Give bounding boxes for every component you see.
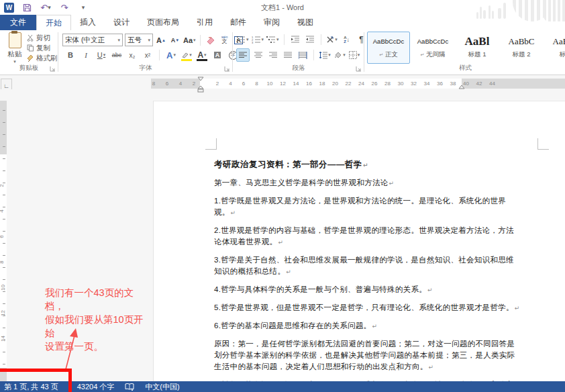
clipboard-dialog-launcher[interactable] bbox=[50, 66, 56, 72]
tab-home[interactable]: 开始 bbox=[36, 15, 71, 30]
document-text[interactable]: 考研政治复习资料：第一部分——哲学↵ 第一章、马克思主义哲学是科学的世界观和方法… bbox=[214, 159, 521, 392]
decrease-indent-button[interactable] bbox=[289, 34, 301, 46]
style-title[interactable]: AaBbC 标题 bbox=[544, 32, 565, 64]
tab-page-layout[interactable]: 页面布局 bbox=[138, 15, 188, 30]
ruler-number: 38 bbox=[450, 81, 456, 87]
ruler-number: 8 bbox=[255, 81, 258, 87]
ruler-number: 4 bbox=[229, 81, 232, 87]
v-ruler[interactable]: 2468101214 bbox=[0, 101, 7, 381]
style-no-spacing[interactable]: AaBbCcDc ↵ 无间隔 bbox=[411, 32, 454, 64]
tab-design[interactable]: 设计 bbox=[105, 15, 138, 30]
underline-button[interactable]: U▾ bbox=[95, 49, 107, 61]
language-indicator[interactable]: 中文(中国) bbox=[140, 381, 185, 392]
ruler-number: 16 bbox=[306, 81, 312, 87]
ruler-number: 14 bbox=[293, 81, 299, 87]
proofing-status[interactable] bbox=[119, 381, 140, 392]
shading-bucket-icon bbox=[333, 52, 342, 59]
style-heading-2[interactable]: AaBbC 标题 2 bbox=[500, 32, 543, 64]
paragraph-dialog-launcher[interactable] bbox=[356, 66, 362, 72]
page[interactable]: 考研政治复习资料：第一部分——哲学↵ 第一章、马克思主义哲学是科学的世界观和方法… bbox=[153, 101, 565, 382]
tab-mailings[interactable]: 邮件 bbox=[221, 15, 255, 30]
word-count-indicator[interactable]: 43204 个字 bbox=[72, 381, 120, 392]
right-indent-marker[interactable] bbox=[458, 85, 465, 89]
crop-mark-tl-h bbox=[205, 149, 217, 150]
strikethrough-button[interactable]: abc bbox=[111, 49, 123, 61]
ruler-number: 24 bbox=[358, 81, 364, 87]
superscript-button[interactable]: x² bbox=[142, 49, 154, 61]
style-normal[interactable]: AaBbCcDc ↵ 正文 bbox=[367, 32, 410, 64]
sort-button[interactable]: AZ↓ bbox=[341, 34, 353, 46]
ruler-number: 34 bbox=[424, 81, 430, 87]
hanging-indent-marker[interactable] bbox=[197, 86, 204, 93]
ruler-number: 30 bbox=[398, 81, 404, 87]
h-ruler-text-area bbox=[200, 79, 462, 89]
paragraph-group: ▾ 123▾ ▾ ▾ A bbox=[234, 30, 364, 74]
subscript-button[interactable]: x₂ bbox=[126, 49, 138, 61]
ruler-number: 26 bbox=[372, 81, 378, 87]
tab-view[interactable]: 视图 bbox=[289, 15, 322, 30]
h-ruler[interactable]: 8642246810121416182022242628303234363840… bbox=[151, 79, 565, 89]
doc-title: 考研政治复习资料：第一部分——哲学↵ bbox=[214, 159, 521, 171]
clear-formatting-button[interactable] bbox=[205, 34, 217, 46]
window-title: 文档1 - Word bbox=[0, 3, 565, 13]
v-ruler-tick bbox=[3, 207, 5, 207]
v-ruler-tick bbox=[3, 146, 5, 147]
character-shading-button[interactable]: A bbox=[211, 49, 223, 61]
ruler-number: 2 bbox=[216, 81, 219, 87]
increase-indent-button[interactable] bbox=[304, 34, 316, 46]
font-size-combo[interactable]: 五号▾ bbox=[125, 34, 153, 46]
text-effects-button[interactable]: A▾ bbox=[165, 49, 177, 61]
justify-button[interactable] bbox=[282, 49, 294, 61]
tab-review[interactable]: 审阅 bbox=[255, 15, 289, 30]
style-heading-1[interactable]: AaBl 标题 1 bbox=[456, 32, 499, 64]
increase-indent-icon bbox=[305, 36, 315, 44]
tab-insert[interactable]: 插入 bbox=[71, 15, 105, 30]
format-painter-label: 格式刷 bbox=[36, 54, 58, 63]
decrease-indent-icon bbox=[291, 36, 300, 44]
font-name-value: 宋体 (中文正 bbox=[65, 36, 105, 45]
tab-file[interactable]: 文件 bbox=[0, 15, 36, 30]
paste-button[interactable]: 粘贴 ▾ bbox=[4, 32, 25, 64]
copy-button[interactable]: 复制 bbox=[27, 43, 58, 53]
align-center-button[interactable] bbox=[252, 49, 264, 61]
asian-layout-button[interactable]: ▾ bbox=[326, 34, 338, 46]
change-case-button[interactable]: Aa▾ bbox=[183, 34, 196, 46]
tab-references[interactable]: 引用 bbox=[188, 15, 221, 30]
v-ruler-tick bbox=[3, 352, 5, 352]
shading-button[interactable]: ▾ bbox=[333, 49, 346, 61]
font-size-value: 五号 bbox=[127, 36, 142, 45]
bold-button[interactable]: B bbox=[64, 49, 76, 61]
line-spacing-button[interactable]: ▾ bbox=[319, 49, 331, 61]
copy-label: 复制 bbox=[36, 44, 50, 53]
multilevel-list-button[interactable]: ▾ bbox=[266, 34, 279, 46]
ruler-number: 6 bbox=[166, 81, 168, 87]
font-color-button[interactable]: A▾ bbox=[196, 49, 208, 61]
annotation-highlight-box bbox=[0, 369, 72, 392]
grow-font-button[interactable]: A▲ bbox=[155, 34, 167, 46]
distribute-button[interactable] bbox=[297, 49, 309, 61]
ruler-number: 12 bbox=[280, 81, 286, 87]
format-painter-button[interactable]: 格式刷 bbox=[27, 53, 58, 63]
phonetic-guide-button[interactable]: wén 文 bbox=[219, 34, 231, 46]
font-group: 宋体 (中文正▾ 五号▾ A▲ A▼ Aa▾ wén 文 A B bbox=[59, 30, 232, 74]
bullet-list-button[interactable]: ▾ bbox=[236, 34, 249, 46]
align-center-icon bbox=[254, 52, 263, 59]
first-line-indent-marker[interactable] bbox=[197, 77, 204, 81]
align-right-button[interactable] bbox=[267, 49, 279, 61]
v-ruler-number: 8 bbox=[0, 260, 5, 263]
italic-button[interactable]: I bbox=[80, 49, 92, 61]
highlight-color-button[interactable]: ▾ bbox=[181, 49, 193, 61]
shrink-font-button[interactable]: A▼ bbox=[169, 34, 181, 46]
paragraph-group-label: 段落 bbox=[234, 64, 364, 72]
v-ruler-number: 2 bbox=[0, 184, 5, 187]
crop-mark-tl-v bbox=[216, 138, 217, 150]
styles-group: AaBbCcDc ↵ 正文 AaBbCcDc ↵ 无间隔 AaBl 标题 1 A… bbox=[366, 30, 565, 74]
align-left-button[interactable] bbox=[236, 48, 250, 62]
scissors-icon bbox=[27, 34, 34, 42]
cut-button[interactable]: 剪切 bbox=[27, 33, 58, 43]
numbered-list-button[interactable]: 123▾ bbox=[252, 34, 264, 46]
ruler-number: 42 bbox=[476, 81, 482, 87]
font-dialog-launcher[interactable] bbox=[224, 66, 230, 72]
font-name-combo[interactable]: 宋体 (中文正▾ bbox=[62, 34, 123, 46]
borders-button[interactable]: ▾ bbox=[348, 49, 360, 61]
